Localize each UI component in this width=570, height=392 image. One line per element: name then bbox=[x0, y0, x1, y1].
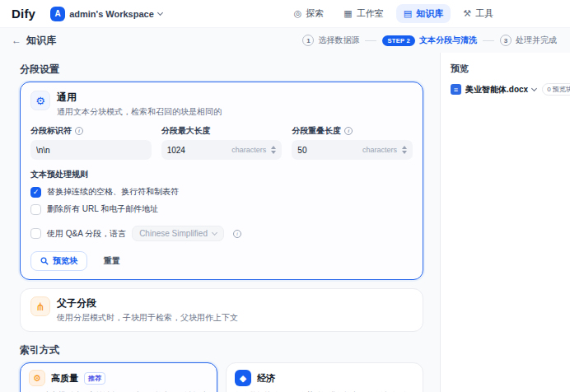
content-area: 分段设置 ⚙ 通用 通用文本分块模式，检索和召回的块是相同的 分段标识符 i bbox=[0, 53, 570, 392]
chevron-down-icon bbox=[531, 85, 537, 91]
app-window: Dify A admin's Workspace ◎ 探索 ▦ 工作室 ▤ 知识… bbox=[0, 0, 570, 392]
economical-title: 经济 bbox=[257, 372, 275, 385]
parent-child-card-subtitle: 使用分层模式时，子块用于检索，父块用作上下文 bbox=[57, 312, 238, 324]
nav-knowledge[interactable]: ▤ 知识库 bbox=[396, 4, 451, 23]
rule-remove-urls: 删除所有 URL 和电子邮件地址 bbox=[30, 203, 413, 215]
parent-child-icon: ⋔ bbox=[30, 296, 50, 316]
max-length-label-text: 分段最大长度 bbox=[161, 125, 211, 137]
delimiter-label: 分段标识符 i bbox=[30, 125, 152, 137]
step-2-label: 文本分段与清洗 bbox=[419, 35, 477, 46]
high-quality-header: ⚙ 高质量 推荐 bbox=[29, 370, 208, 386]
parent-child-chunk-card[interactable]: ⋔ 父子分段 使用分层模式时，子块用于检索，父块用作上下文 bbox=[20, 288, 423, 332]
parent-child-card-title: 父子分段 bbox=[57, 296, 238, 310]
preview-heading: 预览 bbox=[451, 63, 560, 75]
stepper-up-icon[interactable] bbox=[402, 146, 407, 149]
sub-bar: ← 知识库 1 选择数据源 STEP 2 文本分段与清洗 3 处理并完成 bbox=[0, 28, 570, 53]
economical-card[interactable]: ◆ 经济 每个数据块使用 10 个关键词进行检索，不会消耗任何 tokens，但… bbox=[226, 362, 423, 392]
explore-icon: ◎ bbox=[294, 8, 302, 19]
economical-header: ◆ 经济 bbox=[235, 370, 414, 386]
preview-chunk-count-badge: 0 预览块 bbox=[542, 83, 570, 96]
overlap-field: 分段重叠长度 i characters bbox=[292, 125, 413, 160]
qa-segmentation-label: 使用 Q&A 分段，语言 bbox=[47, 228, 126, 240]
info-icon[interactable]: i bbox=[344, 127, 353, 135]
reset-button[interactable]: 重置 bbox=[96, 251, 128, 271]
studio-icon: ▦ bbox=[343, 8, 352, 19]
preprocess-rules-heading: 文本预处理规则 bbox=[30, 169, 413, 180]
preview-chunk-label: 预览块 bbox=[53, 255, 77, 267]
nav-studio[interactable]: ▦ 工作室 bbox=[336, 4, 390, 23]
nav-knowledge-label: 知识库 bbox=[416, 7, 443, 20]
general-card-subtitle: 通用文本分块模式，检索和召回的块是相同的 bbox=[57, 106, 222, 118]
chevron-down-icon bbox=[157, 9, 163, 15]
preview-doc-picker[interactable]: ≡ 美业智能体.docx bbox=[451, 84, 536, 96]
info-icon[interactable]: i bbox=[233, 230, 241, 238]
max-length-label: 分段最大长度 bbox=[161, 125, 283, 137]
general-card-title: 通用 bbox=[57, 91, 222, 105]
stepper-up-icon[interactable] bbox=[271, 146, 276, 149]
step-1-number: 1 bbox=[302, 35, 314, 46]
checkbox-replace-whitespace[interactable]: ✓ bbox=[30, 187, 41, 198]
qa-segmentation-row: 使用 Q&A 分段，语言 Chinese Simplified i bbox=[30, 226, 413, 241]
rule-replace-whitespace-label: 替换掉连续的空格、换行符和制表符 bbox=[47, 186, 179, 198]
segment-settings-heading: 分段设置 bbox=[20, 63, 423, 77]
main-nav: ◎ 探索 ▦ 工作室 ▤ 知识库 ⚒ 工具 bbox=[287, 4, 501, 23]
top-bar: Dify A admin's Workspace ◎ 探索 ▦ 工作室 ▤ 知识… bbox=[0, 0, 570, 28]
nav-tools[interactable]: ⚒ 工具 bbox=[456, 4, 501, 23]
step-3-number: 3 bbox=[500, 35, 512, 46]
delimiter-inputbox bbox=[30, 140, 152, 160]
general-card-header: ⚙ 通用 通用文本分块模式，检索和召回的块是相同的 bbox=[30, 91, 413, 118]
preview-chunk-button[interactable]: 预览块 bbox=[30, 251, 87, 271]
high-quality-title: 高质量 bbox=[51, 372, 78, 385]
workspace-switcher[interactable]: A admin's Workspace bbox=[45, 4, 167, 24]
recommended-badge: 推荐 bbox=[84, 372, 105, 385]
delimiter-input[interactable] bbox=[36, 146, 146, 155]
docx-file-icon: ≡ bbox=[451, 84, 461, 95]
main-column: 分段设置 ⚙ 通用 通用文本分块模式，检索和召回的块是相同的 分段标识符 i bbox=[0, 53, 440, 392]
stepper-down-icon[interactable] bbox=[271, 151, 276, 154]
parent-child-card-header: ⋔ 父子分段 使用分层模式时，子块用于检索，父块用作上下文 bbox=[30, 296, 413, 324]
nav-tools-label: 工具 bbox=[475, 7, 493, 20]
delimiter-field: 分段标识符 i bbox=[30, 125, 152, 160]
general-card-titles: 通用 通用文本分块模式，检索和召回的块是相同的 bbox=[57, 91, 222, 118]
tools-icon: ⚒ bbox=[463, 8, 471, 19]
rule-remove-urls-label: 删除所有 URL 和电子邮件地址 bbox=[47, 203, 158, 215]
overlap-inputbox: characters bbox=[292, 140, 413, 160]
max-length-input[interactable] bbox=[167, 146, 229, 155]
workspace-avatar: A bbox=[50, 7, 65, 21]
delimiter-label-text: 分段标识符 bbox=[30, 125, 72, 137]
checkbox-qa-segmentation[interactable] bbox=[30, 228, 41, 239]
chevron-down-icon bbox=[212, 229, 217, 235]
parent-child-card-titles: 父子分段 使用分层模式时，子块用于检索，父块用作上下文 bbox=[57, 296, 238, 324]
checkbox-remove-urls[interactable] bbox=[30, 204, 41, 215]
back-button[interactable]: ← 知识库 bbox=[12, 34, 56, 48]
overlap-input[interactable] bbox=[297, 146, 359, 155]
qa-language-select[interactable]: Chinese Simplified bbox=[132, 226, 224, 241]
back-arrow-icon: ← bbox=[12, 35, 21, 46]
max-length-field: 分段最大长度 characters bbox=[161, 125, 283, 160]
max-length-unit: characters bbox=[231, 146, 266, 154]
dify-logo[interactable]: Dify bbox=[12, 7, 35, 21]
knowledge-icon: ▤ bbox=[404, 8, 412, 19]
magnifier-icon bbox=[40, 257, 49, 265]
step-1-label: 选择数据源 bbox=[318, 35, 359, 46]
overlap-stepper[interactable] bbox=[402, 146, 407, 154]
high-quality-icon: ⚙ bbox=[29, 370, 45, 386]
preview-panel: 预览 ≡ 美业智能体.docx 0 预览块 bbox=[440, 53, 570, 392]
nav-explore-label: 探索 bbox=[306, 7, 324, 20]
general-card-actions: 预览块 重置 bbox=[30, 251, 413, 271]
nav-explore[interactable]: ◎ 探索 bbox=[287, 4, 332, 23]
step-3-label: 处理并完成 bbox=[516, 35, 557, 46]
stepper-down-icon[interactable] bbox=[402, 151, 407, 154]
index-method-heading: 索引方式 bbox=[20, 343, 423, 357]
preview-doc-row: ≡ 美业智能体.docx 0 预览块 bbox=[451, 83, 560, 96]
max-length-stepper[interactable] bbox=[271, 146, 276, 154]
high-quality-card[interactable]: ⚙ 高质量 推荐 调用嵌入模型处理文档以实现更精确的检索，可以帮助 LLM 生成… bbox=[20, 362, 217, 392]
nav-studio-label: 工作室 bbox=[357, 7, 384, 20]
general-chunk-card[interactable]: ⚙ 通用 通用文本分块模式，检索和召回的块是相同的 分段标识符 i bbox=[20, 82, 423, 280]
step-connector bbox=[483, 40, 494, 41]
step-2-badge: STEP 2 bbox=[382, 35, 415, 46]
info-icon[interactable]: i bbox=[75, 127, 83, 135]
index-method-cards: ⚙ 高质量 推荐 调用嵌入模型处理文档以实现更精确的检索，可以帮助 LLM 生成… bbox=[20, 362, 423, 392]
rule-replace-whitespace: ✓ 替换掉连续的空格、换行符和制表符 bbox=[30, 186, 413, 198]
qa-language-value: Chinese Simplified bbox=[139, 229, 208, 238]
